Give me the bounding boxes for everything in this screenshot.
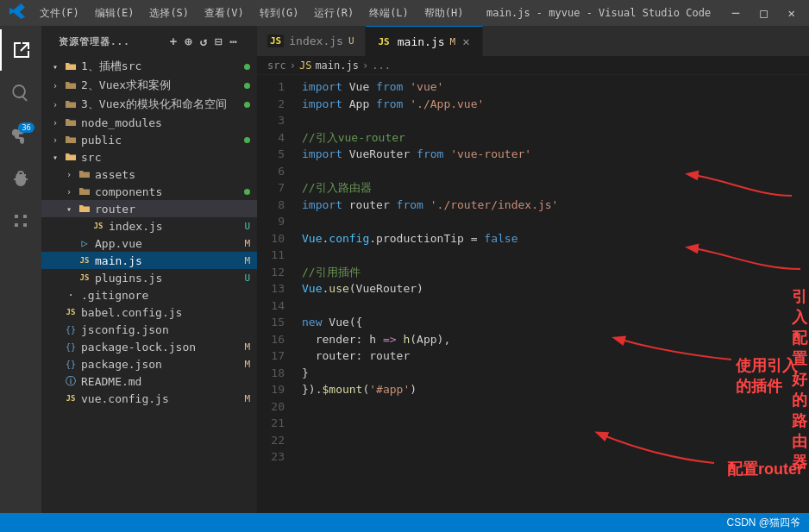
code-token: import	[302, 96, 349, 113]
tab-main-badge: M	[450, 36, 456, 47]
code-token: false	[484, 230, 517, 247]
tree-item-node_modules[interactable]: ›node_modules	[41, 114, 257, 131]
tree-arrow: ›	[48, 133, 62, 147]
search-activity-icon[interactable]	[0, 72, 41, 114]
tree-dot	[244, 137, 250, 143]
tree-dot	[244, 64, 250, 70]
code-token: from	[417, 146, 450, 163]
extensions-activity-icon[interactable]	[0, 202, 41, 243]
git-activity-icon[interactable]: 36	[0, 116, 41, 157]
tree-file-icon	[64, 150, 78, 164]
debug-activity-icon[interactable]	[0, 159, 41, 200]
line-number: 3	[257, 112, 285, 129]
tab-index-label: index.js	[289, 34, 343, 47]
tree-item-vueconfig[interactable]: JSvue.config.jsM	[41, 390, 257, 407]
line-number: 1	[257, 78, 285, 96]
tree-label: README.md	[81, 375, 257, 388]
menu-item[interactable]: 终端(L)	[362, 4, 416, 22]
tree-item-readmemd[interactable]: ⓘREADME.md	[41, 372, 257, 390]
code-token: Vue({	[329, 314, 362, 331]
tree-file-icon: {}	[64, 357, 78, 371]
line-number: 16	[257, 331, 285, 348]
tree-file-icon	[78, 202, 91, 216]
tree-item-folder3[interactable]: ›3、Vuex的模块化和命名空间	[41, 95, 257, 114]
tree-arrow	[48, 322, 62, 336]
tree-item-appvue[interactable]: ▷App.vueM	[41, 235, 257, 252]
tree-item-pluginsjs[interactable]: JSplugins.jsU	[41, 269, 257, 286]
tree-item-src[interactable]: ▾src	[41, 148, 257, 166]
new-file-icon[interactable]: +	[168, 33, 179, 50]
code-line	[302, 247, 809, 264]
menu-item[interactable]: 运行(R)	[307, 4, 361, 22]
menu-item[interactable]: 转到(G)	[253, 4, 306, 22]
tree-item-public[interactable]: ›public	[41, 131, 257, 148]
menu-item[interactable]: 文件(F)	[33, 4, 86, 22]
js-file-icon: JS	[267, 34, 284, 47]
tree-item-components[interactable]: ›components	[41, 183, 257, 200]
tree-arrow: ▾	[48, 59, 62, 73]
tab-main-js[interactable]: JS main.js M ✕	[366, 26, 483, 56]
minimize-button[interactable]: ─	[727, 4, 744, 22]
tree-item-babelconfig[interactable]: JSbabel.config.js	[41, 304, 257, 321]
code-token: .	[369, 230, 376, 247]
tab-index-badge: U	[348, 35, 354, 47]
menu-item[interactable]: 帮助(H)	[417, 4, 471, 22]
breadcrumb: src › JS main.js › ...	[257, 56, 809, 75]
code-token: )	[410, 381, 417, 398]
code-line: router: router	[302, 347, 809, 365]
tree-item-router[interactable]: ▾router	[41, 200, 257, 217]
tree-badge: M	[244, 341, 250, 353]
tree-label: src	[81, 151, 257, 164]
tree-file-icon: JS	[78, 253, 91, 267]
tree-item-folder2[interactable]: ›2、Vuex求和案例	[41, 76, 257, 95]
tree-item-jsconfigjson[interactable]: {}jsconfig.json	[41, 321, 257, 338]
tree-item-assets[interactable]: ›assets	[41, 166, 257, 183]
menu-item[interactable]: 查看(V)	[198, 4, 251, 22]
maximize-button[interactable]: □	[755, 4, 772, 22]
collapse-icon[interactable]: ⊟	[213, 33, 224, 50]
tree-arrow	[48, 288, 62, 302]
tree-item-mainjs[interactable]: JSmain.jsM	[41, 252, 257, 269]
code-token: router	[349, 197, 397, 214]
code-content[interactable]: import Vue from 'vue'import App from './…	[292, 75, 809, 513]
tree-item-gitignore[interactable]: ·.gitignore	[41, 286, 257, 304]
main-layout: 36 资源管理器... + ⊕ ↺ ⊟ ⋯ ▾1、插槽src›2、	[0, 26, 809, 513]
tree-arrow: ›	[48, 97, 62, 111]
close-button[interactable]: ✕	[783, 4, 800, 22]
refresh-icon[interactable]: ↺	[198, 33, 210, 50]
tree-arrow	[48, 357, 62, 371]
tree-badge: U	[244, 221, 250, 232]
tree-label: node_modules	[81, 116, 257, 129]
explorer-activity-icon[interactable]	[0, 29, 41, 71]
code-editor: 1234567891011121314151617181920212223 im…	[257, 75, 809, 513]
tree-label: 3、Vuex的模块化和命名空间	[81, 97, 244, 112]
line-number: 11	[257, 247, 285, 264]
tree-item-packagejson[interactable]: {}package.jsonM	[41, 355, 257, 372]
line-number: 17	[257, 347, 285, 365]
tree-item-packagelock[interactable]: {}package-lock.jsonM	[41, 338, 257, 355]
tree-file-icon	[64, 133, 78, 147]
tree-arrow: ▾	[62, 202, 76, 216]
tree-item-folder1[interactable]: ▾1、插槽src	[41, 57, 257, 76]
line-number: 7	[257, 179, 285, 197]
tree-arrow: ▾	[48, 150, 62, 164]
code-token: (VueRouter)	[349, 280, 423, 297]
menu-item[interactable]: 编辑(E)	[88, 4, 141, 22]
code-token: Vue	[349, 78, 376, 96]
code-token: import	[302, 146, 349, 163]
tree-arrow: ›	[48, 116, 62, 129]
title-bar: 文件(F)编辑(E)选择(S)查看(V)转到(G)运行(R)终端(L)帮助(H)…	[0, 0, 809, 26]
code-token: './App.vue'	[410, 96, 484, 113]
new-folder-icon[interactable]: ⊕	[183, 33, 194, 50]
tree-label: package-lock.json	[81, 341, 244, 354]
more-icon[interactable]: ⋯	[229, 33, 240, 50]
menu-item[interactable]: 选择(S)	[142, 4, 196, 22]
line-number: 10	[257, 230, 285, 247]
code-token: './router/index.js'	[430, 197, 559, 214]
code-token: App	[349, 96, 376, 113]
tree-item-index_router[interactable]: JSindex.jsU	[41, 217, 257, 235]
tree-file-icon	[64, 78, 78, 92]
tab-index-js[interactable]: JS index.js U	[257, 26, 366, 56]
tree-label: vue.config.js	[81, 392, 244, 405]
tab-close-button[interactable]: ✕	[461, 34, 471, 48]
